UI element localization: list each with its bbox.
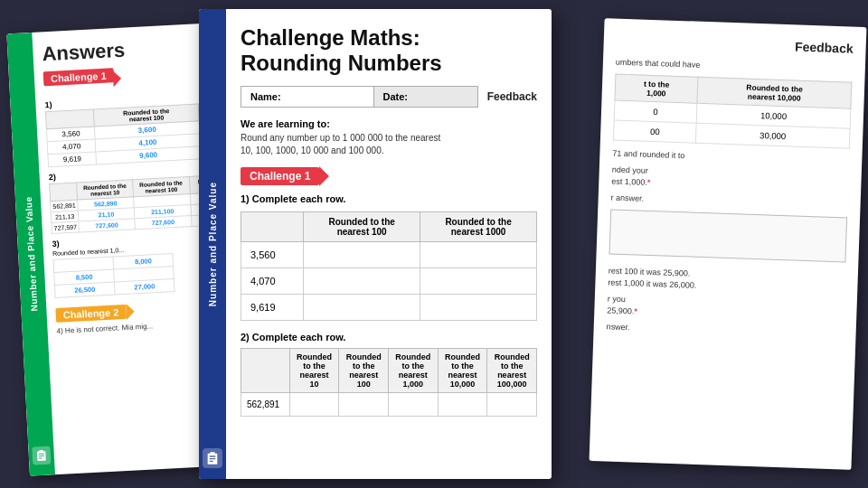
wt-ans-cell1 <box>304 295 420 321</box>
wt-col-100: Rounded to thenearest 100 <box>304 212 420 242</box>
feedback-nswer: nswer. <box>607 323 630 333</box>
wt-ans-cell1 <box>304 268 420 295</box>
wt-num-cell: 4,070 <box>241 268 304 295</box>
wt2-col-num <box>241 349 290 393</box>
center-sidebar-text: Number and Place Value <box>208 182 218 306</box>
v2-cell: 27,000 <box>114 279 175 295</box>
wt2-ans5 <box>487 393 537 417</box>
v1-cell: 26,500 <box>54 282 115 297</box>
clipboard-icon-center <box>205 451 220 465</box>
ans-cell: 727,600 <box>79 219 135 232</box>
learning-section: We are learning to: Round any number up … <box>241 118 537 157</box>
wt-num-cell: 3,560 <box>241 242 304 268</box>
table-row: 4,070 <box>241 268 537 295</box>
wt-ans-cell2 <box>420 295 537 321</box>
challenge1-header: Challenge 1 <box>241 166 537 186</box>
wt2-col-1000: Roundedto thenearest1,000 <box>389 349 439 393</box>
feedback-section2: rest 100 it was 25,900. rest 1,000 it wa… <box>608 265 845 296</box>
challenge1-arrow <box>112 70 121 87</box>
asterisk2: * <box>634 306 637 315</box>
ft-cell2: 30,000 <box>696 123 851 148</box>
ft-cell1: 0 <box>614 100 697 123</box>
wt-col-1000: Rounded to thenearest 1000 <box>420 212 537 242</box>
worksheet-table1: Rounded to thenearest 100 Rounded to the… <box>241 211 537 321</box>
wt2-col-100: Roundedto thenearest100 <box>339 349 389 393</box>
num-cell: 727,597 <box>52 221 80 234</box>
feedback-label: Feedback <box>487 90 537 103</box>
num-cell: 9,619 <box>48 152 97 167</box>
table-row: 3,560 <box>241 242 537 268</box>
wt-num-cell: 9,619 <box>241 295 304 321</box>
wt2-col-10000: Roundedto thenearest10,000 <box>438 349 487 393</box>
challenge1-badge-center: Challenge 1 <box>241 167 319 185</box>
section2-instruction: 2) Complete each row. <box>241 332 537 343</box>
worksheet-title: Challenge Maths: Rounding Numbers <box>241 25 537 75</box>
wt2-ans4 <box>438 393 487 417</box>
page-worksheet: Number and Place Value Challenge Maths: … <box>199 9 552 479</box>
title-line2: Rounding Numbers <box>241 51 442 75</box>
feedback-page-title: Feedback <box>617 33 854 56</box>
table-row: 562,891 <box>241 393 537 417</box>
wt2-ans3 <box>389 393 439 417</box>
worksheet-table2: Roundedto thenearest10 Roundedto thenear… <box>241 348 537 417</box>
wt2-col-10: Roundedto thenearest10 <box>289 349 339 393</box>
table-row: 9,619 <box>241 295 537 321</box>
wt2-num-cell: 562,891 <box>241 393 290 417</box>
date-label: Date: <box>383 91 409 102</box>
feedback-section4: nswer. <box>606 322 843 342</box>
section1-instruction: 1) Complete each row. <box>241 193 537 204</box>
page-feedback: Feedback umbers that could have t to the… <box>590 18 867 470</box>
learning-text: Round any number up to 1 000 000 to the … <box>241 132 537 157</box>
left-sidebar-text: Number and Place Value <box>23 197 39 313</box>
center-sidebar-icon <box>203 448 222 468</box>
col-h0 <box>50 183 78 202</box>
title-line1: Challenge Maths: <box>241 25 420 50</box>
feedback-intro: umbers that could have <box>616 57 853 77</box>
feedback-section3: r you 25,900.* <box>607 294 844 324</box>
wt-ans-cell2 <box>420 268 537 295</box>
challenge1-arrow-center <box>319 166 329 186</box>
center-sidebar: Number and Place Value <box>199 9 226 479</box>
feedback-text1-span: 71 and rounded it to <box>612 148 684 160</box>
clipboard-icon <box>34 449 48 463</box>
name-field: Name: <box>241 86 373 108</box>
feedback-intro-text: umbers that could have <box>616 58 701 70</box>
q3-table: 8,000 8,500 26,500 27,000 <box>52 253 175 298</box>
challenge2-arrow <box>126 303 135 319</box>
ans-cell: 727,600 <box>134 215 192 229</box>
left-sidebar-icon <box>32 446 51 465</box>
feedback-text3: r answer. <box>610 192 847 212</box>
date-field: Date: <box>373 86 478 108</box>
name-label: Name: <box>250 91 281 102</box>
wt-ans-cell1 <box>304 242 420 268</box>
feedback-text3-span: r answer. <box>611 193 645 203</box>
challenge2-badge: Challenge 2 <box>55 305 126 323</box>
wt2-ans2 <box>339 393 389 417</box>
ft-cell1: 00 <box>613 120 696 143</box>
challenge1-badge: Challenge 1 <box>43 68 114 86</box>
feedback-textarea[interactable] <box>609 209 848 262</box>
wt2-col-100000: Roundedto thenearest100,000 <box>487 349 537 393</box>
feedback-text2-span: nded yourest 1,000.* <box>611 165 650 187</box>
name-date-row: Name: Date: Feedback <box>241 86 537 108</box>
feedback-content: Feedback umbers that could have t to the… <box>593 18 867 361</box>
wt-ans-cell2 <box>420 242 537 268</box>
feedback-text1: 71 and rounded it to <box>612 147 849 167</box>
ft-col1: t to the1,000 <box>615 74 698 103</box>
wt-col-empty <box>241 212 304 242</box>
wt2-ans1 <box>289 393 339 417</box>
feedback-table1: t to the1,000 Rounded to thenearest 10,0… <box>613 73 852 148</box>
learning-title: We are learning to: <box>241 118 537 129</box>
feedback-text2: nded yourest 1,000.* <box>611 164 849 195</box>
worksheet-content: Challenge Maths: Rounding Numbers Name: … <box>226 9 552 426</box>
asterisk1: * <box>647 178 651 187</box>
scene: Number and Place Value Answers Challenge… <box>0 0 868 488</box>
